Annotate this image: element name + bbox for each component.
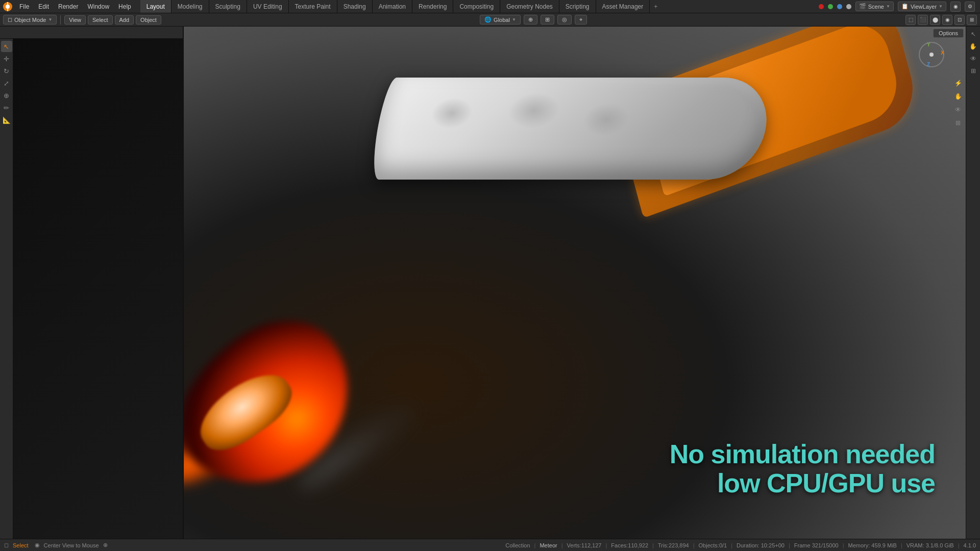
viewport-right-tools: ⚡ ✋ 👁 ⊞ bbox=[952, 78, 964, 129]
color-dot-white bbox=[846, 4, 851, 9]
tab-geometry-nodes[interactable]: Geometry Nodes bbox=[500, 0, 559, 13]
viewport-shading-1[interactable]: ⬚ bbox=[905, 15, 916, 25]
measure-tool[interactable]: 📐 bbox=[1, 114, 12, 126]
status-duration: Duration: 10:25+00 bbox=[737, 542, 785, 548]
add-button[interactable]: Add bbox=[115, 15, 134, 24]
status-object: Meteor bbox=[540, 542, 557, 548]
select-button[interactable]: Select bbox=[88, 15, 113, 24]
preferences-button[interactable]: ⚙ bbox=[965, 2, 975, 12]
menu-file[interactable]: File bbox=[15, 2, 33, 11]
scene-label: Scene bbox=[868, 4, 884, 10]
status-sep-4: | bbox=[652, 542, 654, 548]
layer-icon: 📋 bbox=[901, 3, 909, 10]
proportional-button[interactable]: ◎ bbox=[557, 15, 572, 24]
rod-body bbox=[369, 78, 774, 180]
render-engine-button[interactable]: ◉ bbox=[950, 2, 961, 12]
tab-modeling[interactable]: Modeling bbox=[172, 0, 209, 13]
sidebar-hand-icon[interactable]: ✋ bbox=[968, 41, 979, 52]
overlay-button[interactable]: ⊡ bbox=[954, 15, 965, 25]
scene-selector[interactable]: 🎬 Scene ▼ bbox=[855, 2, 894, 11]
scene-icon: 🎬 bbox=[859, 3, 866, 10]
tab-shading[interactable]: Shading bbox=[337, 0, 373, 13]
menu-render[interactable]: Render bbox=[54, 2, 82, 11]
main-area: ↖ ✛ ↻ ⤢ ⊕ ✏ 📐 bbox=[0, 27, 980, 539]
grid-icon[interactable]: ⊞ bbox=[952, 117, 964, 129]
status-version: 4.1.0 bbox=[964, 542, 976, 548]
orientation-gizmo[interactable]: X Y Z bbox=[919, 42, 949, 72]
global-label: Global bbox=[494, 17, 510, 23]
tab-layout[interactable]: Layout bbox=[140, 0, 172, 13]
transform-tool[interactable]: ⊕ bbox=[1, 90, 12, 101]
toolbar-center: 🌐 Global ▼ ⊕ ⊞ ◎ ⌖ bbox=[163, 15, 903, 24]
menu-help[interactable]: Help bbox=[114, 2, 135, 11]
pivot-button[interactable]: ⊕ bbox=[524, 15, 537, 24]
viewport-shading-4[interactable]: ◉ bbox=[942, 15, 952, 25]
tab-scripting[interactable]: Scripting bbox=[559, 0, 596, 13]
object-button[interactable]: Object bbox=[136, 15, 161, 24]
view-button[interactable]: View bbox=[64, 15, 86, 24]
status-sep-8: | bbox=[843, 542, 844, 548]
gizmo-y-axis: Y bbox=[927, 42, 930, 47]
rod-bump-2 bbox=[505, 93, 562, 129]
status-sep-3: | bbox=[605, 542, 607, 548]
menu-edit[interactable]: Edit bbox=[34, 2, 53, 11]
layer-selector[interactable]: 📋 ViewLayer ▼ bbox=[898, 2, 946, 11]
status-faces: Faces:110,922 bbox=[611, 542, 648, 548]
toolbar-separator-1 bbox=[60, 15, 61, 24]
status-tris: Tris:223,894 bbox=[658, 542, 689, 548]
status-bar: ◻ Select ◉ Center View to Mouse ⊕ Collec… bbox=[0, 539, 980, 551]
annotate-tool[interactable]: ✏ bbox=[1, 102, 12, 113]
gizmo-button[interactable]: ⊞ bbox=[967, 15, 977, 25]
global-icon: 🌐 bbox=[484, 16, 492, 23]
sidebar-eye-icon[interactable]: 👁 bbox=[968, 53, 979, 64]
status-memory: Memory: 459.9 MiB bbox=[848, 542, 897, 548]
options-button[interactable]: Options bbox=[933, 29, 964, 38]
viewport-shading-2[interactable]: ⬛ bbox=[918, 15, 928, 25]
cursor-tool[interactable]: ↖ bbox=[1, 41, 12, 52]
gizmo-center bbox=[929, 53, 934, 57]
layer-chevron-icon: ▼ bbox=[939, 4, 943, 9]
tab-compositing[interactable]: Compositing bbox=[453, 0, 500, 13]
gizmo-circle: X Y Z bbox=[919, 42, 944, 67]
tab-add-button[interactable]: + bbox=[650, 3, 662, 10]
tab-rendering[interactable]: Rendering bbox=[412, 0, 453, 13]
tab-asset-manager[interactable]: Asset Manager bbox=[596, 0, 650, 13]
tab-animation[interactable]: Animation bbox=[373, 0, 412, 13]
rotate-tool[interactable]: ↻ bbox=[1, 65, 12, 77]
tab-uv-editing[interactable]: UV Editing bbox=[247, 0, 289, 13]
viewport-text-overlay: No simulation needed low CPU/GPU use bbox=[670, 440, 935, 498]
status-icon-center: ◉ bbox=[35, 542, 40, 548]
sidebar-grid-icon[interactable]: ⊞ bbox=[968, 65, 979, 77]
transform-button[interactable]: ⌖ bbox=[575, 15, 587, 24]
sidebar-arrow-icon[interactable]: ↖ bbox=[968, 29, 979, 40]
status-sep-1: | bbox=[534, 542, 536, 548]
scene-chevron-icon: ▼ bbox=[886, 4, 890, 9]
toolbar-bar: ◻ Object Mode ▼ View Select Add Object 🌐… bbox=[0, 13, 980, 27]
mode-selector[interactable]: ◻ Object Mode ▼ bbox=[3, 15, 57, 24]
global-selector[interactable]: 🌐 Global ▼ bbox=[480, 15, 521, 24]
status-center-view-label: Center View to Mouse bbox=[44, 542, 99, 548]
color-dot-blue bbox=[837, 4, 842, 9]
status-icon-select: ◻ bbox=[4, 542, 9, 548]
status-vram: VRAM: 3.1/8.0 GiB bbox=[906, 542, 954, 548]
snap-button[interactable]: ⊞ bbox=[541, 15, 554, 24]
status-verts: Verts:112,127 bbox=[567, 542, 602, 548]
top-right-area: 🎬 Scene ▼ 📋 ViewLayer ▼ ◉ ⚙ bbox=[814, 2, 980, 12]
move-tool[interactable]: ✛ bbox=[1, 53, 12, 64]
tab-texture-paint[interactable]: Texture Paint bbox=[289, 0, 337, 13]
menu-window[interactable]: Window bbox=[83, 2, 113, 11]
mode-icon: ◻ bbox=[8, 16, 12, 23]
tab-sculpting[interactable]: Sculpting bbox=[209, 0, 247, 13]
mode-chevron-icon: ▼ bbox=[48, 17, 52, 22]
viewport-3d[interactable]: Options X Y Z ⚡ ✋ 👁 ⊞ No simulation need… bbox=[184, 27, 966, 539]
status-objects: Objects:0/1 bbox=[699, 542, 727, 548]
hand-icon[interactable]: ✋ bbox=[952, 91, 964, 102]
color-dot-green bbox=[828, 4, 833, 9]
global-chevron-icon: ▼ bbox=[512, 17, 516, 22]
scale-tool[interactable]: ⤢ bbox=[1, 78, 12, 89]
viewport-shading-3[interactable]: ⬤ bbox=[930, 15, 940, 25]
layer-label: ViewLayer bbox=[911, 4, 937, 10]
eye-icon[interactable]: 👁 bbox=[952, 104, 964, 115]
left-panel-header bbox=[0, 27, 183, 39]
filter-icon[interactable]: ⚡ bbox=[952, 78, 964, 89]
